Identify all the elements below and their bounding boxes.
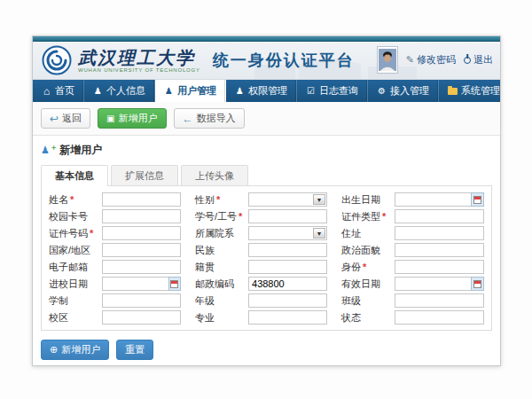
- main-nav: 首页个人信息用户管理权限管理日志查询接入管理系统管理订阅管理: [33, 80, 500, 102]
- education-length-input[interactable]: [102, 293, 181, 308]
- field-label: 出生日期: [341, 193, 395, 207]
- gender-select[interactable]: ▼: [248, 192, 327, 207]
- back-button[interactable]: ↩ 返回: [41, 108, 90, 129]
- calendar-icon[interactable]: [471, 192, 484, 207]
- field-label: 民族: [195, 244, 248, 257]
- field-label: 政治面貌: [341, 244, 395, 257]
- native-place-input[interactable]: [248, 260, 327, 274]
- field-label: 证件类型*: [341, 210, 395, 223]
- field-label: 学制: [49, 294, 102, 308]
- nav-item-label: 系统管理: [461, 84, 500, 98]
- university-name-en: WUHAN UNIVERSITY OF TECHNOLOGY: [78, 67, 200, 73]
- user-area: ✎ 修改密码 退出: [377, 46, 493, 74]
- grade-input[interactable]: [248, 293, 327, 308]
- form-field-department: 所属院系▼: [195, 226, 327, 240]
- change-password-label: 修改密码: [417, 53, 456, 66]
- logout-label: 退出: [473, 53, 493, 66]
- nav-item-3[interactable]: 权限管理: [226, 80, 297, 102]
- form-field-postal-code: 邮政编码: [195, 277, 327, 291]
- reset-button-label: 重置: [125, 343, 145, 356]
- nav-item-5[interactable]: 接入管理: [368, 80, 439, 102]
- required-asterisk: *: [239, 211, 242, 222]
- nav-item-label: 日志查询: [319, 84, 358, 98]
- nav-item-label: 接入管理: [390, 84, 429, 98]
- form-field-major: 专业: [195, 310, 327, 325]
- identity-input[interactable]: [395, 260, 484, 274]
- ethnicity-input[interactable]: [248, 243, 327, 257]
- reset-button[interactable]: 重置: [116, 340, 153, 360]
- entry-date-input[interactable]: [102, 277, 168, 291]
- field-label: 邮政编码: [195, 278, 248, 291]
- chevron-down-icon[interactable]: ▼: [313, 194, 325, 205]
- field-label: 电子邮箱: [49, 261, 102, 274]
- id-type-input[interactable]: [395, 209, 484, 223]
- required-asterisk: *: [216, 194, 220, 205]
- country-region-input[interactable]: [102, 243, 181, 257]
- valid-date-input[interactable]: [395, 277, 471, 291]
- address-input[interactable]: [395, 226, 484, 240]
- tab-0[interactable]: 基本信息: [41, 165, 108, 186]
- calendar-icon[interactable]: [471, 277, 484, 291]
- department-select[interactable]: ▼: [248, 226, 327, 240]
- person-icon: [164, 86, 174, 96]
- app-window: 武汉理工大学 WUHAN UNIVERSITY OF TECHNOLOGY 统一…: [32, 35, 501, 366]
- campus-card-input[interactable]: [102, 209, 181, 223]
- logout-link[interactable]: 退出: [464, 53, 493, 66]
- form-field-id-number: 证件号码*: [49, 226, 181, 240]
- home-icon: [42, 85, 51, 98]
- postal-code-input[interactable]: [248, 277, 327, 291]
- field-label: 住址: [341, 227, 395, 240]
- form-field-identity: 身份*: [341, 260, 484, 274]
- add-user-icon: ▣: [106, 113, 114, 123]
- field-label: 性别*: [195, 193, 248, 207]
- tab-1[interactable]: 扩展信息: [111, 165, 178, 186]
- form-field-grade: 年级: [195, 293, 327, 308]
- change-password-link[interactable]: ✎ 修改密码: [406, 53, 456, 66]
- tab-2[interactable]: 上传头像: [181, 165, 248, 186]
- political-status-input[interactable]: [395, 243, 484, 257]
- status-input[interactable]: [395, 310, 484, 325]
- calendar-icon[interactable]: [168, 277, 181, 291]
- field-label: 籍贯: [195, 261, 248, 274]
- nav-item-2[interactable]: 用户管理: [155, 80, 226, 102]
- field-label: 状态: [341, 311, 395, 325]
- chevron-down-icon[interactable]: ▼: [313, 228, 325, 239]
- nav-item-4[interactable]: 日志查询: [297, 80, 368, 102]
- basic-info-tab-content: 姓名*性别*▼出生日期校园卡号学号/工号*证件类型*证件号码*所属院系▼住址国家…: [41, 185, 492, 331]
- required-asterisk: *: [363, 262, 366, 272]
- nav-item-1[interactable]: 个人信息: [84, 80, 155, 102]
- field-label: 班级: [341, 294, 395, 308]
- nav-item-label: 用户管理: [177, 84, 216, 98]
- form-field-gender: 性别*▼: [195, 192, 327, 207]
- submit-add-user-label: 新增用户: [61, 343, 100, 356]
- gear-icon: [377, 86, 387, 96]
- student-id-input[interactable]: [248, 209, 327, 223]
- form-field-education-length: 学制: [49, 293, 181, 308]
- campus-input[interactable]: [102, 310, 181, 325]
- nav-item-6[interactable]: 系统管理: [439, 80, 501, 102]
- data-import-button-label: 数据导入: [197, 112, 236, 125]
- id-number-input[interactable]: [102, 226, 181, 240]
- form-field-status: 状态: [341, 310, 484, 325]
- add-user-button[interactable]: ▣ 新增用户: [98, 108, 166, 129]
- field-label: 有效日期: [341, 278, 395, 291]
- form-field-campus: 校区: [49, 310, 181, 325]
- field-label: 国家/地区: [49, 244, 102, 257]
- nav-item-label: 权限管理: [248, 84, 287, 98]
- form-actions: ⊕ 新增用户 重置: [41, 340, 492, 360]
- nav-item-0[interactable]: 首页: [33, 80, 84, 102]
- field-label: 专业: [195, 311, 248, 325]
- major-input[interactable]: [248, 310, 327, 325]
- email-input[interactable]: [102, 260, 181, 274]
- data-import-button[interactable]: ← 数据导入: [174, 108, 245, 129]
- field-label: 校园卡号: [49, 210, 102, 223]
- birth-date-input[interactable]: [395, 192, 471, 207]
- name-input[interactable]: [102, 192, 181, 207]
- submit-add-user-button[interactable]: ⊕ 新增用户: [41, 340, 109, 360]
- form-field-valid-date: 有效日期: [341, 277, 484, 291]
- class-input[interactable]: [395, 293, 484, 308]
- field-label: 年级: [195, 294, 248, 308]
- form-field-entry-date: 进校日期: [49, 277, 181, 291]
- form-field-country-region: 国家/地区: [49, 243, 181, 257]
- user-avatar[interactable]: [377, 46, 398, 74]
